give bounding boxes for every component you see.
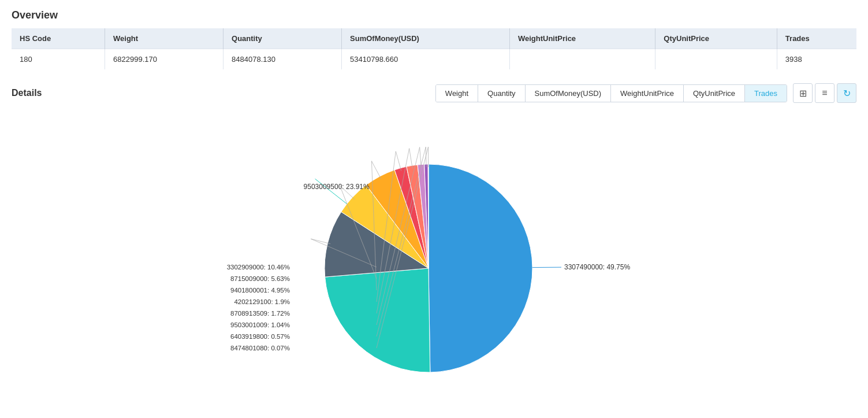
svg-text:8708913509:  1.72%: 8708913509: 1.72%	[230, 310, 290, 317]
col-hs-code: HS Code	[12, 28, 105, 49]
col-sum-money: SumOfMoney(USD)	[342, 28, 510, 49]
details-title: Details	[12, 88, 42, 98]
svg-text:6403919800:  0.57%: 6403919800: 0.57%	[230, 333, 290, 340]
overview-table: HS Code Weight Quantity SumOfMoney(USD) …	[12, 28, 856, 69]
tab-bar: Weight Quantity SumOfMoney(USD) WeightUn…	[435, 84, 787, 102]
tab-weight-unit-price[interactable]: WeightUnitPrice	[611, 85, 684, 102]
page-container: Overview HS Code Weight Quantity SumOfMo…	[0, 0, 868, 416]
chart-area: 3307490000: 49.75%9503009500: 23.91%3302…	[12, 112, 856, 407]
col-quantity: Quantity	[223, 28, 342, 49]
col-weight: Weight	[105, 28, 223, 49]
list-icon: ≡	[822, 88, 827, 98]
chart-view-button[interactable]: ↻	[837, 83, 856, 103]
svg-text:3307490000: 49.75%: 3307490000: 49.75%	[564, 263, 629, 271]
pie-chart-svg: 3307490000: 49.75%9503009500: 23.91%3302…	[174, 124, 694, 401]
tab-quantity[interactable]: Quantity	[478, 85, 525, 102]
tab-sum-money[interactable]: SumOfMoney(USD)	[526, 85, 612, 102]
cell-quantity: 8484078.130	[223, 49, 342, 70]
table-view-button[interactable]: ⊞	[793, 83, 813, 103]
svg-text:8474801080:  0.07%: 8474801080: 0.07%	[230, 345, 290, 352]
tab-qty-unit-price[interactable]: QtyUnitPrice	[684, 85, 745, 102]
overview-title: Overview	[12, 9, 856, 21]
cell-trades: 3938	[777, 49, 856, 70]
cell-hs-code: 180	[12, 49, 105, 70]
icon-buttons: ⊞ ≡ ↻	[793, 83, 856, 103]
col-qty-unit-price: QtyUnitPrice	[655, 28, 777, 49]
svg-text:9401800001:  4.95%: 9401800001: 4.95%	[230, 287, 290, 294]
col-trades: Trades	[777, 28, 856, 49]
table-row: 180 6822999.170 8484078.130 53410798.660…	[12, 49, 856, 70]
details-header: Details Weight Quantity SumOfMoney(USD) …	[12, 83, 856, 103]
cell-qty-unit-price	[655, 49, 777, 70]
cell-weight: 6822999.170	[105, 49, 223, 70]
svg-text:9503009500: 23.91%: 9503009500: 23.91%	[303, 183, 369, 191]
list-view-button[interactable]: ≡	[815, 83, 835, 103]
tab-trades[interactable]: Trades	[745, 85, 787, 102]
svg-text:4202129100:  1.9%: 4202129100: 1.9%	[234, 298, 290, 305]
svg-text:8715009000:  5.63%: 8715009000: 5.63%	[230, 275, 290, 282]
tab-weight[interactable]: Weight	[436, 85, 478, 102]
col-weight-unit-price: WeightUnitPrice	[509, 28, 655, 49]
cell-weight-unit-price	[509, 49, 655, 70]
svg-text:9503001009:  1.04%: 9503001009: 1.04%	[230, 321, 290, 328]
svg-text:3302909000:  10.46%: 3302909000: 10.46%	[226, 264, 289, 271]
refresh-icon: ↻	[843, 88, 851, 99]
cell-sum-money: 53410798.660	[342, 49, 510, 70]
table-header-row: HS Code Weight Quantity SumOfMoney(USD) …	[12, 28, 856, 49]
table-icon: ⊞	[799, 88, 807, 99]
